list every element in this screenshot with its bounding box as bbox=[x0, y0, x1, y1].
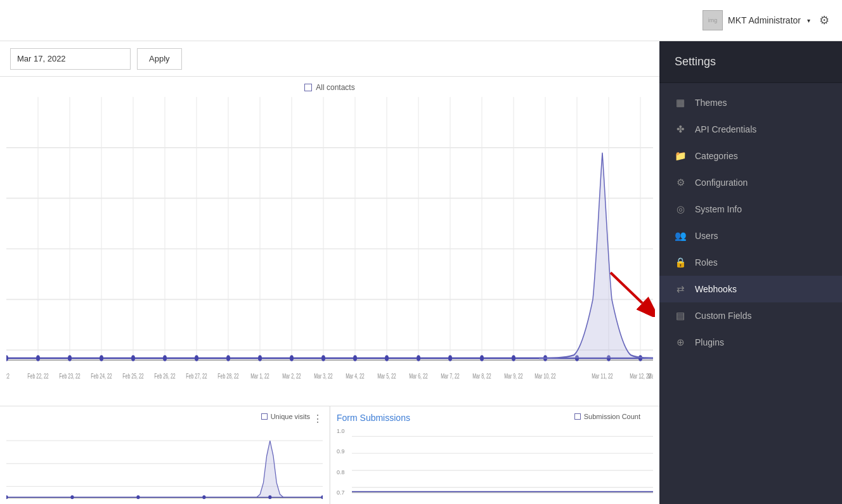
sidebar-item-configuration[interactable]: ⚙ Configuration bbox=[659, 169, 842, 196]
svg-point-72 bbox=[6, 495, 8, 499]
sidebar-item-webhooks-label: Webhooks bbox=[695, 284, 737, 294]
svg-point-27 bbox=[36, 355, 40, 361]
svg-point-35 bbox=[290, 355, 294, 361]
configuration-icon: ⚙ bbox=[675, 177, 686, 188]
submission-count-legend-checkbox bbox=[574, 413, 581, 420]
main-chart-svg-container: .22 Feb 22, 22 Feb 23, 22 Feb 24, 22 Feb… bbox=[6, 97, 653, 401]
sidebar-item-themes-label: Themes bbox=[695, 98, 727, 108]
svg-text:Mar 6, 22: Mar 6, 22 bbox=[409, 372, 428, 380]
svg-text:.22: .22 bbox=[6, 372, 10, 380]
plugins-icon: ⊕ bbox=[675, 337, 686, 348]
svg-point-33 bbox=[226, 355, 230, 361]
svg-text:Feb 27, 22: Feb 27, 22 bbox=[186, 372, 207, 380]
svg-point-29 bbox=[100, 355, 103, 361]
svg-text:Mar 4, 22: Mar 4, 22 bbox=[346, 372, 365, 380]
sidebar-item-roles[interactable]: 🔒 Roles bbox=[659, 249, 842, 276]
sidebar-item-categories[interactable]: 📁 Categories bbox=[659, 143, 842, 169]
roles-icon: 🔒 bbox=[675, 257, 686, 268]
sidebar-menu: ▦ Themes ✤ API Credentials 📁 Categories … bbox=[659, 83, 842, 504]
sidebar-item-plugins[interactable]: ⊕ Plugins bbox=[659, 329, 842, 356]
sidebar-item-custom-fields[interactable]: ▤ Custom Fields bbox=[659, 302, 842, 329]
svg-point-32 bbox=[195, 355, 198, 361]
sidebar-item-users-label: Users bbox=[695, 231, 718, 241]
svg-point-41 bbox=[480, 355, 484, 361]
sidebar-item-api-credentials[interactable]: ✤ API Credentials bbox=[659, 116, 842, 143]
sidebar-item-plugins-label: Plugins bbox=[695, 337, 724, 347]
date-input[interactable] bbox=[10, 48, 131, 70]
sidebar-item-users[interactable]: 👥 Users bbox=[659, 223, 842, 249]
sidebar-item-roles-label: Roles bbox=[695, 257, 718, 268]
legend-label: All contacts bbox=[316, 83, 354, 92]
bottom-charts-row: ⋮ Unique visits bbox=[0, 406, 659, 504]
sidebar-item-themes[interactable]: ▦ Themes bbox=[659, 89, 842, 116]
unique-visits-legend: Unique visits bbox=[261, 413, 310, 420]
main-layout: Apply All contacts bbox=[0, 41, 842, 504]
svg-point-38 bbox=[385, 355, 389, 361]
svg-text:Mar 7, 22: Mar 7, 22 bbox=[441, 372, 460, 380]
main-content: Apply All contacts bbox=[0, 41, 659, 504]
top-header: img MKT Administrator ▾ ⚙ bbox=[0, 0, 842, 41]
unique-visits-legend-checkbox bbox=[261, 413, 268, 420]
svg-point-34 bbox=[258, 355, 262, 361]
api-credentials-icon: ✤ bbox=[675, 124, 686, 135]
svg-text:Mar 10, 22: Mar 10, 22 bbox=[534, 372, 555, 380]
chart-legend: All contacts bbox=[6, 83, 653, 92]
users-icon: 👥 bbox=[675, 230, 686, 242]
themes-icon: ▦ bbox=[675, 97, 686, 108]
svg-text:Mar 8, 22: Mar 8, 22 bbox=[472, 372, 491, 380]
sidebar-item-configuration-label: Configuration bbox=[695, 178, 748, 188]
form-submissions-chart-container: 1.0 0.9 0.8 0.7 bbox=[337, 428, 653, 496]
main-chart-svg: .22 Feb 22, 22 Feb 23, 22 Feb 24, 22 Feb… bbox=[6, 97, 653, 401]
svg-text:Feb 28, 22: Feb 28, 22 bbox=[217, 372, 238, 380]
svg-text:Mar: Mar bbox=[648, 372, 653, 380]
sidebar-item-custom-fields-label: Custom Fields bbox=[695, 311, 751, 321]
categories-icon: 📁 bbox=[675, 150, 686, 162]
svg-point-39 bbox=[417, 355, 420, 361]
user-menu[interactable]: img MKT Administrator ▾ bbox=[703, 10, 810, 30]
custom-fields-icon: ▤ bbox=[675, 310, 686, 321]
form-submissions-panel: Form Submissions Submission Count 1.0 0.… bbox=[330, 406, 659, 504]
legend-checkbox bbox=[304, 84, 312, 91]
unique-visits-chart bbox=[6, 425, 323, 502]
caret-icon: ▾ bbox=[807, 17, 810, 24]
sidebar-item-system-info[interactable]: ◎ System Info bbox=[659, 196, 842, 223]
svg-point-40 bbox=[448, 355, 452, 361]
date-filter-bar: Apply bbox=[0, 41, 659, 77]
form-submissions-svg bbox=[352, 428, 653, 496]
system-info-icon: ◎ bbox=[675, 204, 686, 215]
webhooks-icon: ⇄ bbox=[675, 283, 686, 295]
svg-text:Mar 9, 22: Mar 9, 22 bbox=[504, 372, 523, 380]
svg-text:Mar 2, 22: Mar 2, 22 bbox=[282, 372, 301, 380]
username-label: MKT Administrator bbox=[728, 15, 801, 25]
svg-text:Feb 24, 22: Feb 24, 22 bbox=[91, 372, 112, 380]
unique-visits-panel: ⋮ Unique visits bbox=[0, 406, 329, 504]
svg-point-28 bbox=[68, 355, 72, 361]
svg-text:Mar 1, 22: Mar 1, 22 bbox=[250, 372, 269, 380]
sidebar-item-system-info-label: System Info bbox=[695, 204, 742, 214]
unique-visits-legend-label: Unique visits bbox=[271, 413, 310, 420]
svg-text:Mar 3, 22: Mar 3, 22 bbox=[314, 372, 333, 380]
svg-point-74 bbox=[136, 495, 139, 499]
right-sidebar: Settings ▦ Themes ✤ API Credentials 📁 Ca… bbox=[659, 41, 842, 504]
form-submissions-legend: Submission Count bbox=[574, 413, 640, 420]
unique-visits-kebab[interactable]: ⋮ bbox=[313, 413, 323, 425]
svg-text:Mar 5, 22: Mar 5, 22 bbox=[377, 372, 396, 380]
svg-text:Feb 25, 22: Feb 25, 22 bbox=[122, 372, 143, 380]
svg-point-73 bbox=[70, 495, 74, 499]
svg-point-75 bbox=[202, 495, 205, 499]
submission-count-legend-label: Submission Count bbox=[584, 413, 640, 420]
svg-point-31 bbox=[163, 355, 167, 361]
svg-text:Feb 23, 22: Feb 23, 22 bbox=[59, 372, 80, 380]
svg-point-77 bbox=[321, 495, 323, 499]
svg-point-37 bbox=[353, 355, 357, 361]
sidebar-item-api-credentials-label: API Credentials bbox=[695, 124, 756, 134]
svg-point-30 bbox=[131, 355, 135, 361]
apply-button[interactable]: Apply bbox=[137, 48, 182, 70]
svg-text:Feb 22, 22: Feb 22, 22 bbox=[27, 372, 48, 380]
svg-text:Feb 26, 22: Feb 26, 22 bbox=[154, 372, 175, 380]
sidebar-item-webhooks[interactable]: ⇄ Webhooks bbox=[659, 276, 842, 302]
gear-icon[interactable]: ⚙ bbox=[819, 13, 829, 27]
svg-point-76 bbox=[268, 495, 271, 499]
main-chart-area: All contacts bbox=[0, 77, 659, 406]
sidebar-item-categories-label: Categories bbox=[695, 151, 738, 161]
